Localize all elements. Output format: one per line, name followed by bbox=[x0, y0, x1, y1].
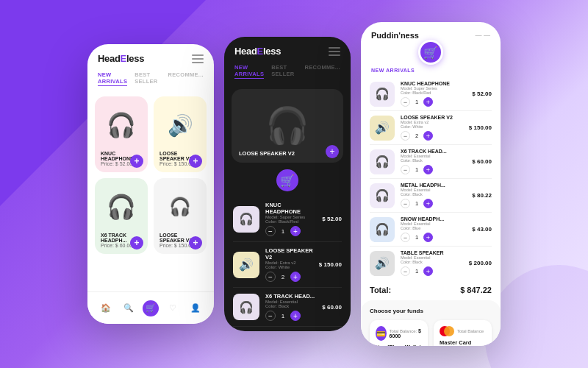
phone3-info-6: TABLE SPEAKER Model: Essential Color: Bl… bbox=[401, 250, 463, 276]
phone2-nav-tabs: NEW ARRIVALS BEST SELLER RECOMME... bbox=[224, 61, 351, 85]
phone3-color-6: Color: Black bbox=[401, 260, 463, 264]
wallet-name: HeadEless Wallet bbox=[376, 344, 422, 346]
phone3-item-5: 🎧 SNOW HEADPH... Model: Essential Color:… bbox=[370, 213, 492, 247]
p3-qty-num-6: 1 bbox=[413, 268, 420, 275]
qty-minus-2-p2[interactable]: − bbox=[265, 272, 276, 282]
cart-item-img-1-p2: 🎧 bbox=[233, 206, 259, 233]
phone3-qty-3: − 1 + bbox=[401, 165, 466, 174]
phone3-img-3: 🎧 bbox=[370, 149, 395, 174]
phone3-qty-5: − 1 + bbox=[401, 233, 466, 242]
phone1-product-grid: 🎧 + KNUC HEADPHONE Price: $ 52.00 🔊 + LO… bbox=[87, 92, 214, 258]
p3-qty-plus-6[interactable]: + bbox=[423, 266, 433, 276]
heart-icon-p1[interactable]: ♡ bbox=[165, 300, 181, 316]
wallet-icon: 💳 bbox=[376, 326, 387, 341]
phone3-item-1: 🎧 KNUC HEADPHONE Model: Super Series Col… bbox=[370, 77, 492, 111]
add-product-4[interactable]: + bbox=[189, 236, 202, 250]
cart-item-price-1-p2: $ 52.00 bbox=[322, 216, 342, 222]
p3-qty-plus-1[interactable]: + bbox=[423, 97, 433, 107]
phone3-item-6: 🔊 TABLE SPEAKER Model: Essential Color: … bbox=[370, 247, 492, 280]
qty-control-1-p2: − 1 + bbox=[265, 226, 316, 236]
cart-item-color-1-p2: Color: Black/Red bbox=[265, 219, 316, 224]
p3-qty-num-2: 2 bbox=[413, 132, 420, 139]
phone3-cart-bubble-row: 🛒 bbox=[361, 43, 501, 65]
phone3-name-3: X6 TRACK HEAD... bbox=[401, 149, 466, 154]
qty-num-2-p2: 2 bbox=[279, 274, 287, 280]
tab-new-arrivals-p1[interactable]: NEW ARRIVALS bbox=[98, 71, 127, 86]
p3-qty-minus-4[interactable]: − bbox=[401, 199, 410, 208]
phone2-featured-label: LOOSE SPEAKER V2 bbox=[239, 150, 295, 157]
cart-icon-p1[interactable]: 🛒 bbox=[143, 300, 159, 316]
tab-best-seller-p2[interactable]: BEST SELLER bbox=[271, 64, 297, 79]
qty-minus-3-p2[interactable]: − bbox=[265, 311, 276, 321]
tab-new-arrivals-p2[interactable]: NEW ARRIVALS bbox=[234, 64, 264, 79]
phone3-img-1: 🎧 bbox=[370, 82, 395, 107]
p3-qty-plus-5[interactable]: + bbox=[423, 233, 433, 242]
phone2-dark-area: 🎧 LOOSE SPEAKER V2 + bbox=[224, 85, 351, 173]
p3-qty-plus-3[interactable]: + bbox=[423, 165, 433, 174]
add-product-1[interactable]: + bbox=[130, 155, 143, 168]
phone3-info-4: METAL HEADPH... Model: Essential Color: … bbox=[401, 183, 466, 208]
mc-balance-label: Total Balance bbox=[457, 329, 484, 333]
p3-qty-plus-4[interactable]: + bbox=[423, 199, 433, 208]
search-icon-p1[interactable]: 🔍 bbox=[121, 300, 137, 316]
phone1-menu-icon[interactable] bbox=[192, 54, 204, 63]
product-img-1: 🎧 bbox=[101, 102, 142, 148]
p3-qty-minus-1[interactable]: − bbox=[401, 97, 410, 107]
p3-qty-minus-5[interactable]: − bbox=[401, 233, 410, 242]
payment-section: Choose your funds 💳 Total Balance: $ 600… bbox=[361, 300, 501, 346]
phone3-info-1: KNUC HEADPHONE Model: Super Series Color… bbox=[401, 81, 466, 107]
add-featured-p2[interactable]: + bbox=[326, 145, 339, 158]
mastercard-card[interactable]: Total Balance Master Card bbox=[434, 320, 492, 346]
qty-control-2-p2: − 2 + bbox=[265, 272, 313, 282]
phone1-nav-tabs: NEW ARRIVALS BEST SELLER RECOMME... bbox=[87, 68, 214, 92]
phone-3-checkout: Puddin'ness — — 🛒 NEW ARRIVALS 🎧 KNUC HE… bbox=[361, 22, 501, 346]
phone2-featured-card: 🎧 LOOSE SPEAKER V2 + bbox=[232, 89, 343, 163]
phone3-item-3: 🎧 X6 TRACK HEAD... Model: Essential Colo… bbox=[370, 145, 492, 179]
mastercard-header: Total Balance bbox=[440, 326, 486, 336]
p3-qty-num-1: 1 bbox=[413, 99, 420, 105]
product-card-3: 🎧 + X6 TRACK HEADPH... Price: $ 60.00 bbox=[95, 178, 148, 254]
wallet-balance-label: Total Balance: $ 6000 bbox=[390, 328, 422, 339]
phone-1-store: HeadEless NEW ARRIVALS BEST SELLER RECOM… bbox=[87, 44, 214, 324]
cart-item-name-3-p2: X6 TRACK HEAD... bbox=[265, 293, 316, 300]
qty-plus-2-p2[interactable]: + bbox=[290, 272, 301, 282]
add-product-2[interactable]: + bbox=[189, 155, 202, 168]
p3-qty-plus-2[interactable]: + bbox=[423, 131, 433, 141]
p3-qty-minus-6[interactable]: − bbox=[401, 266, 410, 276]
background-circle bbox=[485, 265, 588, 368]
p3-qty-num-5: 1 bbox=[413, 234, 420, 241]
add-product-3[interactable]: + bbox=[130, 236, 143, 250]
wallet-card-header: 💳 Total Balance: $ 6000 bbox=[376, 326, 422, 341]
phone1-bottom-nav: 🏠 🔍 🛒 ♡ 👤 bbox=[87, 291, 214, 324]
qty-num-1-p2: 1 bbox=[279, 228, 287, 235]
qty-plus-3-p2[interactable]: + bbox=[290, 311, 301, 321]
qty-minus-1-p2[interactable]: − bbox=[265, 226, 276, 236]
phone3-new-arrivals-label: NEW ARRIVALS bbox=[361, 65, 501, 74]
phone3-item-4: 🎧 METAL HEADPH... Model: Essential Color… bbox=[370, 179, 492, 213]
phone2-menu-icon[interactable] bbox=[329, 47, 340, 56]
phone3-qty-6: − 1 + bbox=[401, 266, 463, 276]
phone2-total: Total: $ 262.00 bbox=[224, 330, 351, 331]
tab-recommend-p2[interactable]: RECOMME... bbox=[305, 64, 340, 79]
product-img-2: 🔊 bbox=[159, 102, 201, 148]
phone3-color-4: Color: Black bbox=[401, 192, 466, 197]
tab-recommend-p1[interactable]: RECOMME... bbox=[168, 71, 204, 86]
tab-best-seller-p1[interactable]: BEST SELLER bbox=[135, 71, 160, 86]
qty-plus-1-p2[interactable]: + bbox=[290, 226, 301, 236]
cart-item-price-2-p2: $ 150.00 bbox=[319, 261, 342, 268]
phone3-name-5: SNOW HEADPH... bbox=[401, 216, 466, 222]
phone3-title: Puddin'ness bbox=[371, 31, 419, 40]
product-card-4: 🎧 + LOOSE SPEAKER V2 Price: $ 150.00 bbox=[154, 178, 207, 254]
p3-qty-minus-2[interactable]: − bbox=[401, 131, 410, 141]
cart-bubble-p2: 🛒 bbox=[274, 167, 301, 194]
phone3-img-2: 🔊 bbox=[370, 116, 395, 141]
phone3-total-value: $ 847.22 bbox=[460, 286, 492, 294]
phone3-menu-icon[interactable]: — — bbox=[475, 32, 490, 39]
mastercard-icon bbox=[440, 326, 454, 336]
home-icon-p1[interactable]: 🏠 bbox=[98, 300, 114, 316]
user-icon-p1[interactable]: 👤 bbox=[187, 300, 204, 316]
phone3-price-6: $ 200.00 bbox=[469, 260, 492, 266]
phone3-name-6: TABLE SPEAKER bbox=[401, 250, 463, 255]
p3-qty-minus-3[interactable]: − bbox=[401, 165, 410, 174]
wallet-card[interactable]: 💳 Total Balance: $ 6000 HeadEless Wallet bbox=[370, 320, 428, 346]
